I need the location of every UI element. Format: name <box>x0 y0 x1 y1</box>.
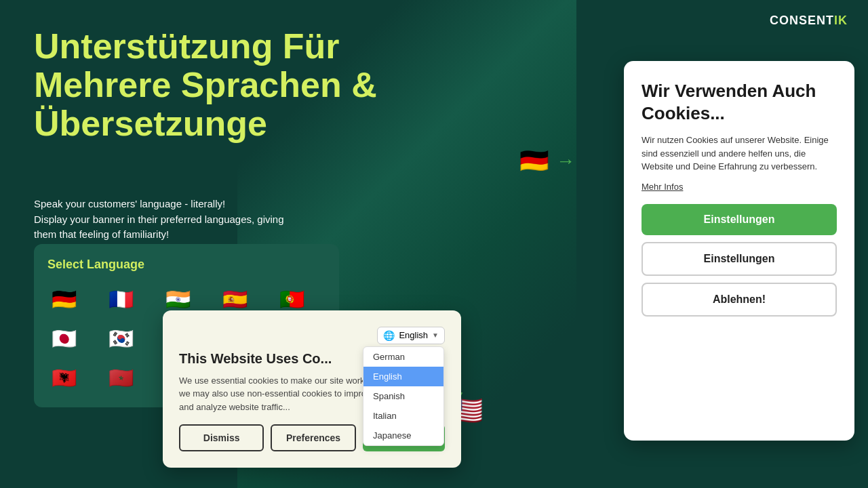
headline-line1: Unterstützung Für <box>34 27 377 66</box>
cookie-banner-header: 🌐 English ▼ German English Spanish Itali… <box>179 327 445 344</box>
subtext: Speak your customers' language - literal… <box>34 197 284 243</box>
logo: CONSENTIK <box>770 14 848 28</box>
lang-option-english[interactable]: English <box>363 367 443 386</box>
german-flag-indicator: 🇩🇪 <box>515 142 553 180</box>
lang-option-italian[interactable]: Italian <box>363 406 443 426</box>
logo-prefix: CONSENT <box>770 14 834 27</box>
german-panel-text: Wir nutzen Cookies auf unserer Website. … <box>642 134 837 174</box>
cookie-banner: 🌐 English ▼ German English Spanish Itali… <box>163 310 461 468</box>
lang-option-spanish[interactable]: Spanish <box>363 386 443 406</box>
german-panel-title: Wir Verwenden Auch Cookies... <box>642 80 837 124</box>
language-panel-title: Select Language <box>47 258 326 272</box>
lang-option-japanese[interactable]: Japanese <box>363 426 443 445</box>
logo-suffix: IK <box>834 14 848 27</box>
flag-german[interactable]: 🇩🇪 <box>47 283 80 315</box>
language-selector[interactable]: 🌐 English ▼ German English Spanish Itali… <box>377 327 445 344</box>
dropdown-arrow-icon: ▼ <box>432 331 439 339</box>
headline-line3: Übersetzunge <box>34 104 377 143</box>
flag-moroccan[interactable]: 🇲🇦 <box>104 361 137 394</box>
german-cookie-panel: Wir Verwenden Auch Cookies... Wir nutzen… <box>624 61 854 441</box>
headline-line2: Mehrere Sprachen & <box>34 66 377 104</box>
einstellungen-white-button[interactable]: Einstellungen <box>642 242 837 276</box>
globe-icon: 🌐 <box>383 330 395 341</box>
ablehnen-button[interactable]: Ablehnen! <box>642 283 837 317</box>
language-dropdown: German English Spanish Italian Japanese <box>363 346 444 446</box>
preferences-button[interactable]: Preferences <box>271 424 355 451</box>
current-language-label: English <box>399 330 428 340</box>
flag-french[interactable]: 🇫🇷 <box>104 283 137 315</box>
arrow-right-icon: → <box>556 150 575 172</box>
lang-option-german[interactable]: German <box>363 347 443 367</box>
german-flag-arrow-group: 🇩🇪 → <box>515 142 575 180</box>
einstellungen-green-button[interactable]: Einstellungen <box>642 204 837 235</box>
dismiss-button[interactable]: Dismiss <box>179 424 264 451</box>
flag-albanian[interactable]: 🇦🇱 <box>47 361 80 394</box>
flag-japanese[interactable]: 🇯🇵 <box>47 322 80 354</box>
mehr-infos-link[interactable]: Mehr Infos <box>642 182 683 192</box>
flag-korean[interactable]: 🇰🇷 <box>104 322 137 354</box>
main-headline: Unterstützung Für Mehrere Sprachen & Übe… <box>34 27 377 144</box>
